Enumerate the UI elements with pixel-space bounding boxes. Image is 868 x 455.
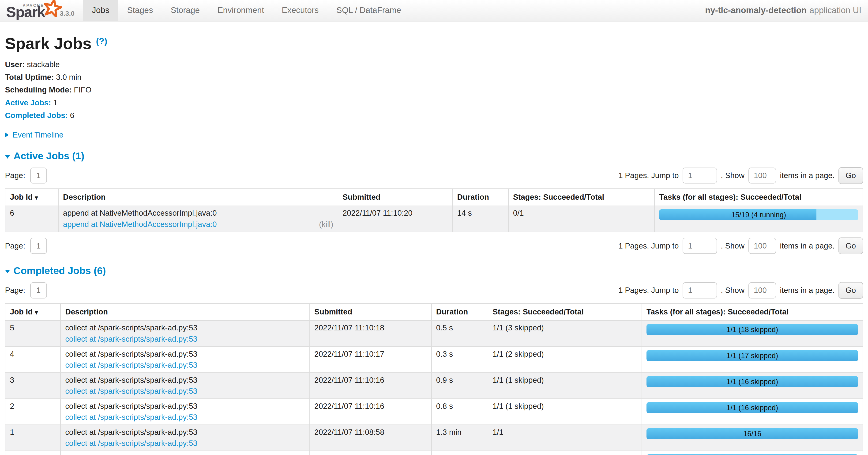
show-text: . Show [721, 171, 744, 180]
description-cell: collect at /spark-scripts/spark-ad.py:53… [60, 399, 310, 425]
user-value: stackable [27, 60, 60, 69]
spark-star-icon [43, 0, 62, 17]
completed-job-row-3: 3 collect at /spark-scripts/spark-ad.py:… [5, 373, 863, 399]
tasks-cell: 1/1 [642, 451, 863, 455]
page-title-text: Spark Jobs [5, 34, 91, 53]
items-per-page-input[interactable] [748, 282, 776, 298]
jump-to-page-input[interactable] [683, 168, 717, 183]
active-jobs-count: 1 [53, 98, 57, 107]
kill-link[interactable]: (kill) [319, 220, 333, 229]
task-progress-bar: 1/1 (17 skipped) [647, 350, 858, 361]
active-jobs-link[interactable]: Active Jobs: [5, 98, 51, 107]
duration-cell: 0.9 s [432, 373, 488, 399]
task-progress-bar: 1/1 (18 skipped) [647, 324, 858, 335]
job-detail-link[interactable]: collect at /spark-scripts/spark-ad.py:53 [65, 361, 197, 370]
pages-jump-text: 1 Pages. Jump to [618, 241, 679, 250]
submitted-cell: 2022/11/07 11:10:20 [338, 206, 453, 232]
tasks-cell: 1/1 (16 skipped) [642, 373, 863, 399]
active-table-header-row: Job Id ▾ Description Submitted Duration … [5, 189, 863, 206]
stages-cell: 0/1 [508, 206, 654, 232]
items-per-page-input[interactable] [748, 238, 776, 254]
column-header-duration[interactable]: Duration [453, 189, 508, 206]
column-header-tasks[interactable]: Tasks (for all stages): Succeeded/Total [642, 304, 863, 320]
column-header-stages[interactable]: Stages: Succeeded/Total [508, 189, 654, 206]
application-name: ny-tlc-anomaly-detection [705, 5, 807, 15]
completed-jobs-section-title: Completed Jobs (6) [13, 265, 106, 277]
column-header-description[interactable]: Description [60, 304, 310, 320]
job-description: append at NativeMethodAccessorImpl.java:… [63, 208, 333, 218]
page-label: Page: [5, 171, 25, 180]
scheduling-mode-label: Scheduling Mode: [5, 85, 72, 94]
job-id-cell: 3 [5, 373, 60, 399]
duration-cell: 0.8 s [432, 399, 488, 425]
tab-sql-dataframe[interactable]: SQL / DataFrame [328, 0, 410, 21]
job-detail-link[interactable]: collect at /spark-scripts/spark-ad.py:53 [65, 439, 197, 448]
tab-environment[interactable]: Environment [209, 0, 273, 21]
stages-cell: 1/1 (1 skipped) [488, 373, 642, 399]
description-cell: append at NativeMethodAccessorImpl.java:… [58, 206, 338, 232]
tasks-cell: 1/1 (18 skipped) [642, 320, 863, 347]
job-detail-link[interactable]: collect at /spark-scripts/spark-ad.py:53 [65, 387, 197, 396]
stages-cell: 1/1 [488, 451, 642, 455]
column-header-duration[interactable]: Duration [432, 304, 488, 320]
completed-job-row-4: 4 collect at /spark-scripts/spark-ad.py:… [5, 347, 863, 373]
expanded-arrow-icon [5, 155, 10, 159]
tab-jobs[interactable]: Jobs [83, 0, 118, 21]
submitted-cell: 2022/11/07 11:10:16 [310, 399, 432, 425]
uptime-label: Total Uptime: [5, 73, 54, 81]
job-detail-link[interactable]: collect at /spark-scripts/spark-ad.py:53 [65, 335, 197, 344]
column-header-submitted[interactable]: Submitted [338, 189, 453, 206]
spark-logo-mark: APACHE Spark [6, 0, 61, 21]
job-description: parquet at NativeMethodAccessorImpl.java… [65, 454, 305, 455]
go-button[interactable]: Go [838, 167, 863, 184]
job-detail-link[interactable]: append at NativeMethodAccessorImpl.java:… [63, 220, 217, 229]
help-link[interactable]: (?) [96, 36, 107, 46]
items-per-page-input[interactable] [748, 168, 776, 183]
column-header-job-id[interactable]: Job Id ▾ [5, 304, 60, 320]
active-jobs-section-header[interactable]: Active Jobs (1) [5, 150, 863, 162]
job-description: collect at /spark-scripts/spark-ad.py:53 [65, 323, 305, 332]
jump-to-page-input[interactable] [683, 238, 717, 254]
pages-jump-text: 1 Pages. Jump to [618, 286, 679, 295]
duration-cell: 14 s [453, 206, 508, 232]
tasks-cell: 1/1 (16 skipped) [642, 399, 863, 425]
duration-cell: 1.3 min [432, 425, 488, 451]
page-number-input[interactable] [30, 168, 47, 183]
spark-version: 3.3.0 [60, 10, 74, 17]
page-number-input[interactable] [30, 282, 47, 298]
stages-cell: 1/1 (3 skipped) [488, 320, 642, 347]
completed-pagination-top: Page: 1 Pages. Jump to . Show items in a… [5, 282, 863, 299]
description-cell: collect at /spark-scripts/spark-ad.py:53… [60, 320, 310, 347]
tasks-cell: 15/19 (4 running) [654, 206, 863, 232]
column-header-description[interactable]: Description [58, 189, 338, 206]
column-header-submitted[interactable]: Submitted [310, 304, 432, 320]
summary-completed-jobs: Completed Jobs: 6 [5, 111, 863, 121]
jump-to-page-input[interactable] [683, 282, 717, 298]
duration-cell: 0.3 s [432, 347, 488, 373]
go-button[interactable]: Go [838, 237, 863, 254]
tab-executors[interactable]: Executors [273, 0, 328, 21]
go-button[interactable]: Go [838, 282, 863, 299]
spark-logo: APACHE Spark 3.3.0 [0, 0, 83, 21]
tab-storage[interactable]: Storage [162, 0, 209, 21]
summary-uptime: Total Uptime: 3.0 min [5, 72, 863, 82]
stages-cell: 1/1 (1 skipped) [488, 399, 642, 425]
column-header-tasks[interactable]: Tasks (for all stages): Succeeded/Total [654, 189, 863, 206]
completed-jobs-section-header[interactable]: Completed Jobs (6) [5, 265, 863, 277]
event-timeline-toggle[interactable]: Event Timeline [5, 131, 863, 139]
completed-jobs-count: 6 [70, 111, 74, 120]
column-header-job-id[interactable]: Job Id ▾ [5, 189, 58, 206]
column-header-stages[interactable]: Stages: Succeeded/Total [488, 304, 642, 320]
completed-jobs-link[interactable]: Completed Jobs: [5, 111, 68, 120]
job-detail-link[interactable]: collect at /spark-scripts/spark-ad.py:53 [65, 413, 197, 422]
job-id-cell: 6 [5, 206, 58, 232]
summary-active-jobs: Active Jobs: 1 [5, 98, 863, 108]
sort-desc-icon: ▾ [35, 309, 38, 316]
tab-stages[interactable]: Stages [118, 0, 162, 21]
event-timeline-label: Event Timeline [13, 131, 64, 139]
active-pagination-top: Page: 1 Pages. Jump to . Show items in a… [5, 167, 863, 184]
active-job-row-6: 6 append at NativeMethodAccessorImpl.jav… [5, 206, 863, 232]
page-label: Page: [5, 241, 25, 250]
page-number-input[interactable] [30, 238, 47, 254]
job-id-cell: 0 [5, 451, 60, 455]
